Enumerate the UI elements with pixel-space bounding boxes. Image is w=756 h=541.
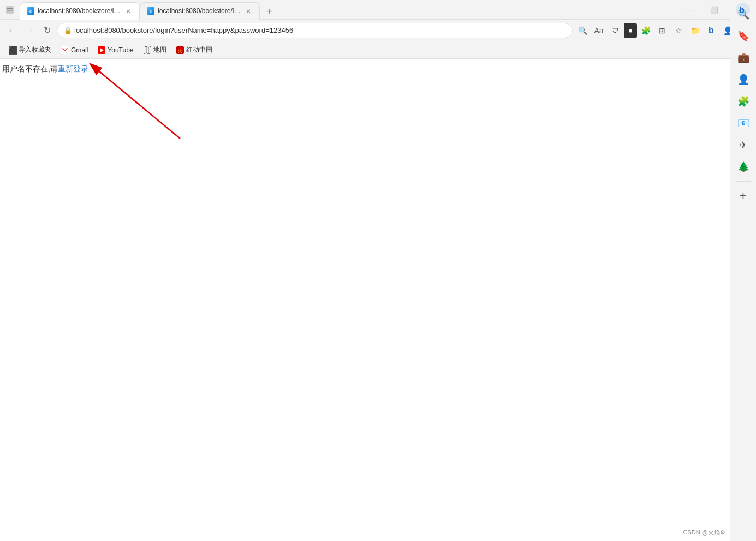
- maps-icon: [144, 46, 151, 54]
- svg-text:b: b: [739, 5, 745, 15]
- tab-close-1[interactable]: ✕: [124, 7, 133, 15]
- page-content: 用户名不存在,请重新登录: [0, 59, 730, 541]
- bookmark-redchina[interactable]: 火 红动中国: [172, 44, 217, 57]
- tab-close-2[interactable]: ✕: [244, 7, 253, 15]
- bookmark-maps[interactable]: 地图: [139, 44, 171, 57]
- browser-essentials-btn[interactable]: 🛡: [608, 23, 623, 38]
- new-tab-button[interactable]: +: [262, 4, 277, 20]
- error-message: 用户名不存在,请重新登录: [2, 64, 88, 73]
- maximize-button[interactable]: ⬜: [701, 1, 727, 19]
- copilot-icon[interactable]: b: [730, 0, 756, 20]
- bookmark-import-label: 导入收藏夹: [19, 45, 51, 55]
- redchina-icon: 火: [176, 46, 184, 54]
- collections-btn[interactable]: 📁: [687, 23, 703, 38]
- copilot-sidebar-btn[interactable]: b: [704, 23, 719, 38]
- error-prefix: 用户名不存在,请: [2, 64, 58, 73]
- read-mode-btn[interactable]: Aa: [591, 23, 606, 38]
- sidebar-send-icon[interactable]: ✈: [734, 135, 753, 155]
- bookmark-gmail[interactable]: Gmail: [57, 44, 92, 57]
- tab-favicon-1: e: [27, 7, 34, 15]
- tab-2[interactable]: e localhost:8080/bookstore/login? ✕: [140, 2, 260, 20]
- sidebar-add-button[interactable]: +: [734, 186, 753, 206]
- relogin-link[interactable]: 重新登录: [58, 64, 88, 73]
- import-icon: ⬛: [9, 46, 16, 54]
- tab-title-2: localhost:8080/bookstore/login?: [158, 7, 241, 15]
- sidebar-outlook-icon[interactable]: 📧: [734, 113, 753, 133]
- bookmark-import[interactable]: ⬛ 导入收藏夹: [4, 44, 56, 57]
- bookmark-maps-label: 地图: [153, 45, 166, 55]
- bookmark-redchina-label: 红动中国: [186, 45, 212, 55]
- tab-favicon-2: e: [147, 7, 154, 15]
- bookmark-youtube-label: YouTube: [108, 46, 133, 54]
- svg-text:火: 火: [178, 49, 182, 53]
- svg-rect-1: [7, 8, 13, 9]
- sidebar-briefcase-icon[interactable]: 💼: [734, 48, 753, 68]
- window-icon: [4, 4, 15, 15]
- tab-1[interactable]: e localhost:8080/bookstore/login? ✕: [20, 2, 140, 20]
- extensions-btn[interactable]: 🧩: [638, 23, 653, 38]
- svg-marker-6: [144, 46, 151, 54]
- bookmark-gmail-label: Gmail: [71, 46, 88, 54]
- address-actions: 🔍 Aa 🛡 ■ 🧩 ⊞ ☆ 📁 b 👤 ⋯: [575, 23, 752, 38]
- url-input[interactable]: [74, 26, 565, 34]
- sidebar-person-icon[interactable]: 👤: [734, 70, 753, 89]
- sidebar-puzzle-icon[interactable]: 🧩: [734, 92, 753, 111]
- back-button[interactable]: ←: [4, 23, 20, 38]
- minimize-button[interactable]: ─: [676, 1, 701, 19]
- favorites-btn[interactable]: ☆: [671, 23, 686, 38]
- sidebar-tree-icon[interactable]: 🌲: [734, 157, 753, 177]
- sidebar-divider: [736, 181, 751, 182]
- browser-sidebar: 🔍 🔖 💼 👤 🧩 📧 ✈ 🌲 + b: [730, 0, 756, 541]
- gmail-icon: [61, 46, 69, 54]
- url-bar[interactable]: 🔒: [57, 23, 573, 38]
- tab-bar: e localhost:8080/bookstore/login? ✕ e lo…: [20, 0, 676, 20]
- bookmarks-bar: ⬛ 导入收藏夹 Gmail YouTube: [0, 41, 756, 59]
- dark-mode-btn[interactable]: ■: [624, 23, 637, 38]
- bookmark-youtube[interactable]: YouTube: [93, 44, 138, 57]
- youtube-icon: [98, 46, 105, 54]
- sidebar-bookmark-icon[interactable]: 🔖: [734, 26, 753, 46]
- search-sidebar-btn[interactable]: 🔍: [575, 23, 590, 38]
- watermark: CSDN @火焰⚙: [683, 528, 725, 537]
- split-view-btn[interactable]: ⊞: [654, 23, 670, 38]
- forward-button[interactable]: →: [22, 23, 37, 38]
- reload-button[interactable]: ↻: [39, 23, 55, 38]
- address-bar: ← → ↻ 🔒 🔍 Aa 🛡 ■ 🧩 ⊞ ☆ 📁 b 👤 ⋯: [0, 20, 756, 41]
- security-icon: 🔒: [64, 27, 72, 34]
- svg-rect-2: [7, 10, 13, 11]
- tab-title-1: localhost:8080/bookstore/login?: [38, 7, 121, 15]
